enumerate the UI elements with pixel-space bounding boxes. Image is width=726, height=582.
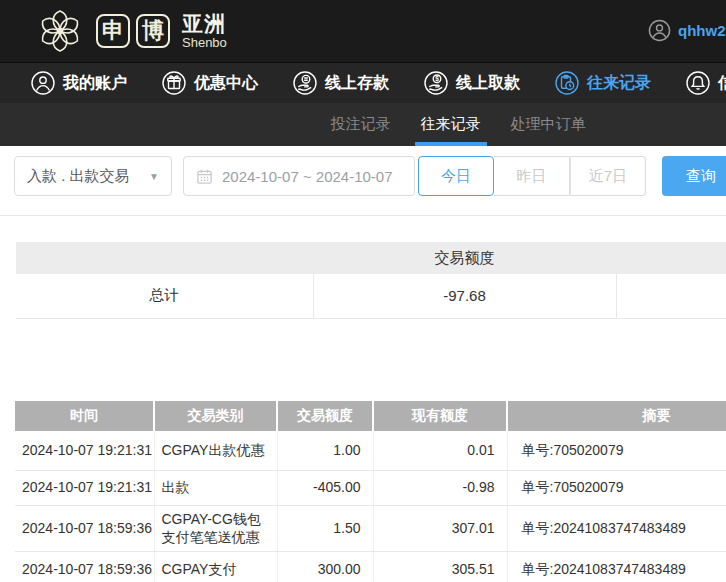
table-cell: 2024-10-07 18:59:36 (15, 552, 154, 582)
withdraw-icon: $ (423, 70, 449, 96)
table-cell: 出款 (154, 470, 277, 505)
nav-item-user[interactable]: 我的账户 (30, 70, 127, 96)
sub-tabbar: 投注记录往来记录处理中订单 (0, 103, 726, 146)
brand-subtitle: Shenbo (182, 36, 227, 49)
deposit-icon (292, 70, 318, 96)
nav-item-label: 往来记录 (587, 73, 651, 94)
date-range-value: 2024-10-07 ~ 2024-10-07 (222, 168, 393, 185)
brand-name-boxes: 申 博 (96, 14, 170, 48)
table-cell: 单号:705020079 (507, 470, 726, 505)
chevron-down-icon: ▼ (149, 171, 159, 182)
records-column-header: 交易类别 (154, 401, 277, 431)
gift-icon (161, 70, 187, 96)
calendar-icon (196, 168, 213, 185)
table-cell: 单号:20241083747483489 (507, 505, 726, 552)
records-column-header: 交易额度 (277, 401, 373, 431)
quick-date-button-2[interactable]: 近7日 (570, 156, 646, 196)
search-button[interactable]: 查询 (662, 156, 726, 196)
nav-item-gift[interactable]: 优惠中心 (161, 70, 258, 96)
records-column-header: 时间 (15, 401, 154, 431)
nav-item-label: 线上存款 (325, 73, 389, 94)
transaction-type-value: 入款 . 出款交易 (27, 167, 130, 186)
brand-char-2: 博 (136, 14, 170, 48)
quick-date-button-0[interactable]: 今日 (418, 156, 494, 196)
nav-item-label: 优惠中心 (194, 73, 258, 94)
nav-item-deposit[interactable]: 线上存款 (292, 70, 389, 96)
brand-char-1: 申 (96, 14, 130, 48)
table-row: 2024-10-07 18:59:36CGPAY-CG钱包支付笔笔送优惠1.50… (15, 505, 726, 552)
bell-icon (685, 70, 711, 96)
records-column-header: 摘要 (507, 401, 726, 431)
table-cell: -0.98 (373, 470, 507, 505)
content-area: 入款 . 出款交易 ▼ 2024-10-07 ~ 2024-10-07 今日昨日… (0, 146, 726, 582)
nav-item-withdraw[interactable]: $线上取款 (423, 70, 520, 96)
records-column-header: 现有额度 (373, 401, 507, 431)
section-divider (0, 215, 726, 216)
nav-item-bell[interactable]: 信息 (685, 70, 726, 96)
user-icon (30, 70, 56, 96)
table-cell: 0.01 (373, 431, 507, 470)
table-cell: 2024-10-07 19:21:31 (15, 470, 154, 505)
table-cell: 单号:705020079 (507, 431, 726, 470)
brand-logo[interactable]: 申 博 亚洲 Shenbo (36, 7, 227, 55)
nav-item-label: 我的账户 (63, 73, 127, 94)
filter-row: 入款 . 出款交易 ▼ 2024-10-07 ~ 2024-10-07 今日昨日… (0, 156, 726, 196)
topbar: 申 博 亚洲 Shenbo qhhw2 (0, 0, 726, 62)
summary-header-spacer-left (16, 242, 313, 274)
table-cell: 300.00 (277, 552, 373, 582)
table-cell: -405.00 (277, 470, 373, 505)
summary-total-empty (616, 274, 726, 318)
table-cell: 305.51 (373, 552, 507, 582)
user-account[interactable]: qhhw2 (648, 19, 726, 42)
tab-1[interactable]: 往来记录 (421, 103, 481, 146)
summary-table: 交易额度 总计 -97.68 (16, 242, 726, 319)
flower-logo-icon (36, 7, 84, 55)
table-cell: CGPAY出款优惠 (154, 431, 277, 470)
summary-total-value: -97.68 (313, 274, 616, 318)
table-cell: 307.01 (373, 505, 507, 552)
main-navbar: 我的账户优惠中心线上存款$线上取款往来记录信息 (0, 62, 726, 103)
svg-text:$: $ (435, 75, 439, 83)
table-row: 2024-10-07 18:59:36CGPAY支付300.00305.51单号… (15, 552, 726, 582)
table-row: 2024-10-07 19:21:31CGPAY出款优惠1.000.01单号:7… (15, 431, 726, 470)
quick-date-button-1[interactable]: 昨日 (494, 156, 570, 196)
nav-item-records[interactable]: 往来记录 (554, 70, 651, 96)
table-cell: CGPAY支付 (154, 552, 277, 582)
summary-total-row: 总计 -97.68 (16, 274, 726, 318)
tab-0[interactable]: 投注记录 (331, 103, 391, 146)
table-cell: CGPAY-CG钱包支付笔笔送优惠 (154, 505, 277, 552)
summary-header-label: 交易额度 (313, 242, 616, 274)
table-cell: 2024-10-07 18:59:36 (15, 505, 154, 552)
tab-2[interactable]: 处理中订单 (511, 103, 586, 146)
avatar-icon (648, 19, 671, 42)
table-cell: 1.00 (277, 431, 373, 470)
transaction-type-select[interactable]: 入款 . 出款交易 ▼ (14, 156, 172, 196)
summary-total-label: 总计 (16, 274, 313, 318)
nav-item-label: 信息 (718, 73, 726, 94)
records-icon (554, 70, 580, 96)
table-cell: 2024-10-07 19:21:31 (15, 431, 154, 470)
date-range-input[interactable]: 2024-10-07 ~ 2024-10-07 (183, 156, 415, 196)
brand-region: 亚洲 (182, 13, 227, 34)
table-cell: 单号:20241083747483489 (507, 552, 726, 582)
nav-item-label: 线上取款 (456, 73, 520, 94)
username: qhhw2 (678, 22, 726, 39)
quick-date-buttons: 今日昨日近7日 (418, 156, 646, 196)
summary-header-spacer-right (616, 242, 726, 274)
table-cell: 1.50 (277, 505, 373, 552)
records-table: 时间交易类别交易额度现有额度摘要 2024-10-07 19:21:31CGPA… (15, 401, 726, 582)
table-row: 2024-10-07 19:21:31出款-405.00-0.98单号:7050… (15, 470, 726, 505)
